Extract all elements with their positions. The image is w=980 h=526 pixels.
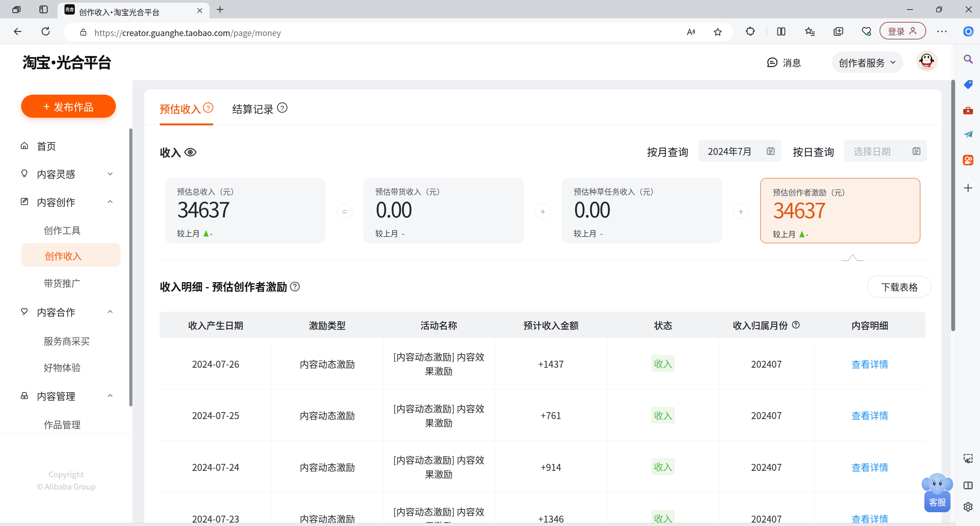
svg-text:客服: 客服 [929, 495, 946, 508]
